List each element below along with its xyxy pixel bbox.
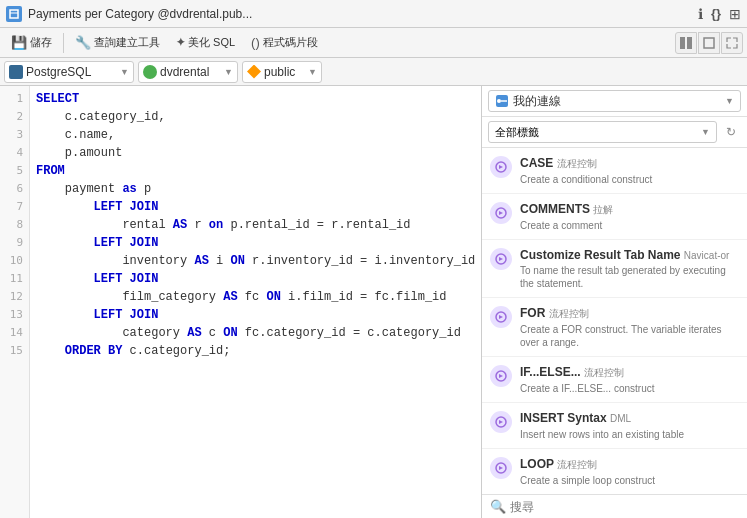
main-area: 123456789101112131415 SELECT c.category_… — [0, 86, 747, 518]
code-line: inventory AS i ON r.inventory_id = i.inv… — [36, 252, 475, 270]
toolbar: 💾 儲存 🔧 查詢建立工具 ✦ 美化 SQL () 程式碼片段 — [0, 28, 747, 58]
line-number: 11 — [0, 270, 29, 288]
code-line: ORDER BY c.category_id; — [36, 342, 475, 360]
snippet-desc: Create a conditional construct — [520, 173, 739, 186]
code-line: p.amount — [36, 144, 475, 162]
snippet-tag: 流程控制 — [549, 308, 589, 319]
line-number: 7 — [0, 198, 29, 216]
line-number: 10 — [0, 252, 29, 270]
snippet-icon-svg — [495, 462, 507, 474]
conn-select-icon — [495, 94, 509, 108]
snippets-conn-select[interactable]: 我的連線 ▼ — [488, 90, 741, 112]
line-number: 15 — [0, 342, 29, 360]
snippets-list: CASE 流程控制 Create a conditional construct… — [482, 148, 747, 494]
toolbar-separator — [63, 33, 64, 53]
snippet-item[interactable]: CASE 流程控制 Create a conditional construct — [482, 148, 747, 194]
snippet-title: COMMENTS 拉解 — [520, 201, 739, 218]
snippet-item-icon — [490, 457, 512, 479]
snippet-title: INSERT Syntax DML — [520, 410, 739, 427]
snippet-content: Customize Result Tab Name Navicat-or To … — [520, 247, 739, 291]
snippet-button[interactable]: () 程式碼片段 — [244, 32, 325, 54]
svg-rect-2 — [680, 37, 685, 49]
code-line: payment as p — [36, 180, 475, 198]
postgres-icon — [9, 65, 23, 79]
line-numbers: 123456789101112131415 — [0, 86, 30, 518]
db-type-arrow: ▼ — [120, 67, 129, 77]
info-icon[interactable]: ℹ — [698, 6, 703, 22]
conn-select-arrow: ▼ — [725, 96, 734, 106]
code-line: LEFT JOIN — [36, 234, 475, 252]
snippet-content: IF...ELSE... 流程控制 Create a IF...ELSE... … — [520, 364, 739, 395]
snippet-item[interactable]: INSERT Syntax DML Insert new rows into a… — [482, 403, 747, 449]
snippets-filter-bar: 全部標籤 ▼ ↻ — [482, 117, 747, 148]
code-line: SELECT — [36, 90, 475, 108]
snippet-title: IF...ELSE... 流程控制 — [520, 364, 739, 381]
snippets-filter-select[interactable]: 全部標籤 ▼ — [488, 121, 717, 143]
snippet-tag: 流程控制 — [584, 367, 624, 378]
schema-icon — [247, 65, 261, 79]
code-line: FROM — [36, 162, 475, 180]
db-name-select[interactable]: dvdrental ▼ — [138, 61, 238, 83]
code-content[interactable]: SELECT c.category_id, c.name, p.amountFR… — [30, 86, 481, 518]
snippet-item-icon — [490, 411, 512, 433]
snippet-title: FOR 流程控制 — [520, 305, 739, 322]
snippet-tag: 流程控制 — [557, 459, 597, 470]
snippet-tag: Navicat-or — [684, 250, 730, 261]
line-number: 9 — [0, 234, 29, 252]
line-number: 12 — [0, 288, 29, 306]
save-button[interactable]: 💾 儲存 — [4, 32, 59, 54]
view-expand-btn[interactable] — [721, 32, 743, 54]
snippet-item[interactable]: LOOP 流程控制 Create a simple loop construct — [482, 449, 747, 494]
snippet-desc: Insert new rows into an existing table — [520, 428, 739, 441]
db-type-select[interactable]: PostgreSQL ▼ — [4, 61, 134, 83]
snippet-icon-svg — [495, 416, 507, 428]
line-number: 8 — [0, 216, 29, 234]
snippet-tag: DML — [610, 413, 631, 424]
schema-arrow: ▼ — [308, 67, 317, 77]
snippet-item-icon — [490, 306, 512, 328]
code-line: c.name, — [36, 126, 475, 144]
schema-select[interactable]: public ▼ — [242, 61, 322, 83]
view-single-btn[interactable] — [698, 32, 720, 54]
snippet-desc: Create a simple loop construct — [520, 474, 739, 487]
line-number: 2 — [0, 108, 29, 126]
view-split-btn[interactable] — [675, 32, 697, 54]
code-icon[interactable]: {} — [711, 6, 721, 21]
snippet-tag: 流程控制 — [557, 158, 597, 169]
line-number: 6 — [0, 180, 29, 198]
line-number: 4 — [0, 144, 29, 162]
snippet-item[interactable]: COMMENTS 拉解 Create a comment — [482, 194, 747, 240]
db-icon — [143, 65, 157, 79]
line-number: 1 — [0, 90, 29, 108]
title-bar: Payments per Category @dvdrental.pub... … — [0, 0, 747, 28]
search-icon: 🔍 — [490, 499, 506, 514]
beautify-button[interactable]: ✦ 美化 SQL — [169, 32, 242, 54]
query-tool-button[interactable]: 🔧 查詢建立工具 — [68, 32, 167, 54]
view-group — [675, 32, 743, 54]
snippet-icon-svg — [495, 207, 507, 219]
snippet-title: Customize Result Tab Name Navicat-or — [520, 247, 739, 264]
snippets-conn-bar: 我的連線 ▼ — [482, 86, 747, 117]
snippet-item[interactable]: IF...ELSE... 流程控制 Create a IF...ELSE... … — [482, 357, 747, 403]
snippet-item[interactable]: Customize Result Tab Name Navicat-or To … — [482, 240, 747, 299]
query-icon: 🔧 — [75, 35, 91, 50]
snippet-desc: To name the result tab generated by exec… — [520, 264, 739, 290]
snippet-icon: () — [251, 35, 260, 50]
refresh-button[interactable]: ↻ — [721, 122, 741, 142]
code-line: c.category_id, — [36, 108, 475, 126]
snippet-item-icon — [490, 156, 512, 178]
search-input[interactable] — [510, 500, 739, 514]
grid-icon[interactable]: ⊞ — [729, 6, 741, 22]
code-area: 123456789101112131415 SELECT c.category_… — [0, 86, 481, 518]
line-number: 3 — [0, 126, 29, 144]
snippet-item-icon — [490, 248, 512, 270]
svg-rect-3 — [687, 37, 692, 49]
filter-arrow: ▼ — [701, 127, 710, 137]
snippet-icon-svg — [495, 311, 507, 323]
snippet-item[interactable]: FOR 流程控制 Create a FOR construct. The var… — [482, 298, 747, 357]
snippet-item-icon — [490, 202, 512, 224]
snippet-content: LOOP 流程控制 Create a simple loop construct — [520, 456, 739, 487]
beautify-icon: ✦ — [176, 36, 185, 49]
svg-point-6 — [497, 99, 501, 103]
snippet-content: INSERT Syntax DML Insert new rows into a… — [520, 410, 739, 441]
